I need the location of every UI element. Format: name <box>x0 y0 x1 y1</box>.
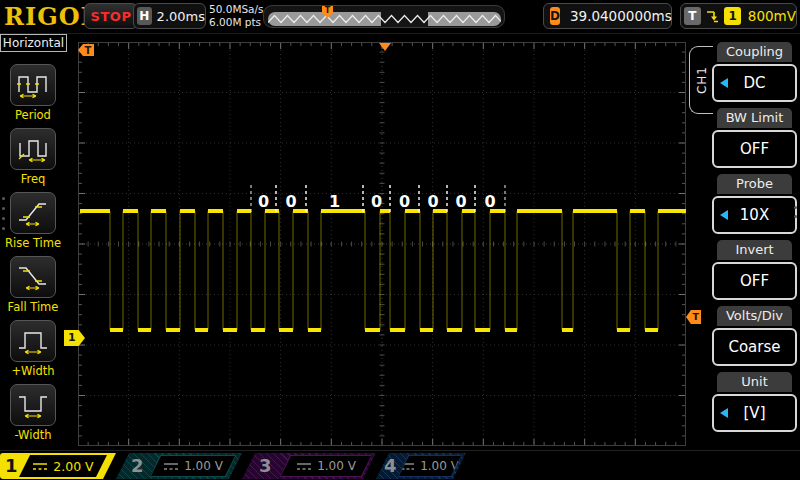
channel2-scale: 1.00 V <box>184 459 223 473</box>
coupling-label: Coupling <box>717 42 792 62</box>
channel2-number: 2 <box>131 456 144 476</box>
svg-text:0: 0 <box>371 192 382 211</box>
trigger-box[interactable]: T 1 800mV <box>680 3 797 29</box>
menu-item-volts-div[interactable]: Volts/Div Coarse <box>712 306 797 366</box>
menu-item-probe[interactable]: Probe 10X <box>712 174 797 234</box>
probe-label: Probe <box>717 174 792 194</box>
menu-item-bw-limit[interactable]: BW Limit OFF <box>712 108 797 168</box>
svg-text:1: 1 <box>329 192 340 211</box>
measure-item-freq[interactable]: Freq <box>0 128 66 186</box>
volts-div-value-box[interactable]: Coarse <box>712 328 797 366</box>
page-dot <box>794 215 797 218</box>
top-status-bar: RIGOL STOP H 2.00ms 50.0MSa/s 6.00M pts … <box>0 0 800 34</box>
memory-depth: 6.00M pts <box>209 16 264 29</box>
horizontal-timebase-box[interactable]: H 2.00ms <box>133 3 206 29</box>
run-stop-indicator[interactable]: STOP <box>84 3 138 29</box>
period-icon <box>17 71 49 99</box>
unit-value: [V] <box>744 404 766 422</box>
channel1-scale: 2.00 V <box>53 459 93 474</box>
left-menu-title: Horizontal <box>0 34 67 52</box>
dc-coupling-icon <box>163 461 179 471</box>
measure-item-fall-time[interactable]: Fall Time <box>0 256 66 314</box>
channel4-status[interactable]: 4 1.00 V <box>376 453 466 479</box>
dc-coupling-icon <box>32 461 48 471</box>
fall-time-icon <box>17 263 49 291</box>
acquisition-info: 50.0MSa/s 6.00M pts <box>209 3 264 28</box>
sample-rate: 50.0MSa/s <box>209 3 264 16</box>
rise-time-button[interactable] <box>10 192 56 234</box>
minus-width-icon <box>17 391 49 419</box>
bw-limit-value: OFF <box>740 140 769 158</box>
channel-menu-tab: CH1 <box>689 46 713 114</box>
bw-limit-value-box[interactable]: OFF <box>712 130 797 168</box>
plus-width-button[interactable] <box>10 320 56 362</box>
measure-item-rise-time[interactable]: Rise Time <box>0 192 66 250</box>
coupling-value: DC <box>743 74 765 92</box>
measure-item-minus-width[interactable]: -Width <box>0 384 66 442</box>
svg-text:T: T <box>85 45 92 56</box>
minus-width-label: -Width <box>0 428 66 442</box>
fall-time-label: Fall Time <box>0 300 66 314</box>
freq-icon <box>17 135 49 163</box>
menu-item-arrow-0 <box>720 78 728 88</box>
channel1-status[interactable]: 1 2.00 V <box>0 453 116 479</box>
unit-value-box[interactable]: [V] <box>712 394 797 432</box>
rise-time-label: Rise Time <box>0 236 66 250</box>
fall-time-button[interactable] <box>10 256 56 298</box>
page-dot <box>794 206 797 209</box>
dc-coupling-icon <box>401 461 415 471</box>
oscilloscope-screen: RIGOL STOP H 2.00ms 50.0MSa/s 6.00M pts … <box>0 0 800 480</box>
run-state-label: STOP <box>91 9 132 24</box>
measure-item-period[interactable]: Period <box>0 64 66 122</box>
rise-time-icon <box>17 199 49 227</box>
channel-tab-label: CH1 <box>695 66 709 94</box>
channel1-number: 1 <box>5 456 18 476</box>
delay-key-icon: D <box>550 7 560 25</box>
svg-text:0: 0 <box>285 192 296 211</box>
unit-label: Unit <box>717 372 792 392</box>
h-key-icon: H <box>137 7 152 25</box>
invert-value-box[interactable]: OFF <box>712 262 797 300</box>
menu-item-arrow-2 <box>720 210 728 220</box>
svg-text:0: 0 <box>455 192 466 211</box>
channel3-number: 3 <box>259 456 272 476</box>
svg-text:0: 0 <box>427 192 438 211</box>
coupling-value-box[interactable]: DC <box>712 64 797 102</box>
freq-button[interactable] <box>10 128 56 170</box>
channel3-scale: 1.00 V <box>317 459 356 473</box>
trigger-level-marker[interactable]: T <box>686 310 701 324</box>
svg-text:0: 0 <box>484 192 495 211</box>
invert-label: Invert <box>717 240 792 260</box>
channel4-number: 4 <box>384 456 397 476</box>
menu-item-arrow-5 <box>720 408 728 418</box>
menu-item-unit[interactable]: Unit [V] <box>712 372 797 432</box>
svg-text:0: 0 <box>399 192 410 211</box>
timebase-value: 2.00ms <box>157 9 205 24</box>
period-button[interactable] <box>10 64 56 106</box>
falling-edge-icon <box>706 9 719 23</box>
page-dot <box>2 207 5 210</box>
channel2-status[interactable]: 2 1.00 V <box>116 453 242 479</box>
minus-width-button[interactable] <box>10 384 56 426</box>
probe-value: 10X <box>740 206 769 224</box>
trigger-key-icon: T <box>684 7 701 25</box>
waveform-display: 00100000T <box>78 42 686 446</box>
probe-value-box[interactable]: 10X <box>712 196 797 234</box>
menu-item-coupling[interactable]: Coupling DC <box>712 42 797 102</box>
volts-div-label: Volts/Div <box>717 306 792 326</box>
page-dot <box>2 197 5 200</box>
delay-box[interactable]: D 39.0400000ms <box>543 3 672 29</box>
trigger-level-value: 800mV <box>748 8 796 24</box>
plus-width-label: +Width <box>0 364 66 378</box>
delay-value: 39.0400000ms <box>570 8 672 24</box>
svg-text:0: 0 <box>258 192 269 211</box>
dc-coupling-icon <box>296 461 312 471</box>
waveform-record-thumbnail: T <box>263 5 505 28</box>
trigger-source-badge: 1 <box>724 7 741 25</box>
volts-div-value: Coarse <box>728 338 780 356</box>
record-waveform-preview <box>268 12 501 26</box>
measure-item-plus-width[interactable]: +Width <box>0 320 66 378</box>
channel-status-bar: 1 2.00 V 2 1.00 V <box>0 450 800 480</box>
menu-item-invert[interactable]: Invert OFF <box>712 240 797 300</box>
channel3-status[interactable]: 3 1.00 V <box>242 453 376 479</box>
